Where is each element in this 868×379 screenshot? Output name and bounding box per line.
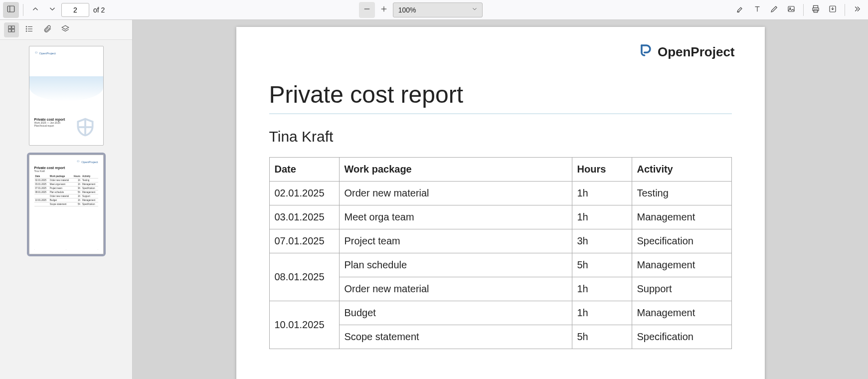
zoom-in-button[interactable]: [376, 2, 392, 18]
zoom-out-button[interactable]: [359, 2, 375, 18]
svg-rect-16: [12, 26, 14, 28]
print-button[interactable]: [808, 2, 824, 18]
thumbnail-page-2[interactable]: OpenProject Private cost report Tina Kra…: [29, 155, 104, 254]
page-total-label: of 2: [93, 6, 105, 14]
toggle-sidebar-button[interactable]: [3, 2, 19, 18]
zoom-value: 100%: [398, 6, 416, 14]
cell-date: 07.01.2025: [269, 229, 339, 253]
document-viewport[interactable]: OpenProject Private cost report Tina Kra…: [133, 20, 868, 379]
cell-activity: Management: [632, 253, 731, 277]
thumbnails-list: OpenProject Private cost report Work 202…: [0, 40, 132, 379]
download-button[interactable]: [825, 2, 841, 18]
col-wp: Work package: [339, 158, 572, 182]
next-page-button[interactable]: [44, 2, 60, 18]
paperclip-icon: [43, 24, 52, 35]
toolbar-separator: [803, 4, 804, 16]
svg-rect-8: [788, 6, 794, 11]
highlighter-icon: [736, 4, 745, 15]
cell-wp: Order new material: [339, 277, 572, 301]
prev-page-button[interactable]: [27, 2, 43, 18]
image-icon: [787, 4, 796, 15]
table-row: 03.01.2025 Meet orga team 1h Management: [269, 205, 731, 229]
page-number-input[interactable]: [61, 3, 89, 17]
document-title: Private cost report: [269, 81, 732, 114]
cell-date: 02.01.2025: [269, 182, 339, 205]
thumbnails-tab[interactable]: [4, 22, 19, 37]
thumbnail-page-1[interactable]: OpenProject Private cost report Work 202…: [29, 46, 104, 146]
cell-activity: Testing: [632, 182, 731, 205]
layers-tab[interactable]: [58, 22, 73, 37]
chevron-up-icon: [31, 4, 40, 15]
table-row: 10.01.2025 Budget 1h Management: [269, 301, 731, 325]
thumb-brand: OpenProject: [34, 51, 56, 55]
cell-wp: Meet orga team: [339, 205, 572, 229]
download-icon: [828, 4, 837, 15]
svg-point-24: [26, 30, 27, 31]
thumb-title: Private cost report: [34, 166, 98, 170]
outline-tab[interactable]: [22, 22, 37, 37]
table-row: Scope statement 5h Specification: [269, 325, 731, 349]
cell-hours: 5h: [572, 325, 632, 349]
layers-icon: [61, 24, 70, 35]
text-tool-button[interactable]: [749, 2, 765, 18]
shield-icon: [74, 116, 96, 138]
cell-hours: 1h: [572, 277, 632, 301]
highlight-tool-button[interactable]: [732, 2, 748, 18]
svg-point-23: [26, 28, 27, 29]
thumbnails-sidebar: OpenProject Private cost report Work 202…: [0, 20, 133, 379]
attachments-tab[interactable]: [40, 22, 55, 37]
annotate-tools: [732, 2, 865, 18]
list-icon: [25, 24, 34, 35]
text-icon: [753, 4, 762, 15]
draw-tool-button[interactable]: [766, 2, 782, 18]
openproject-icon: [637, 42, 654, 62]
cell-activity: Management: [632, 205, 731, 229]
chevron-down-icon: [471, 5, 478, 14]
sidebar-tabs: [0, 20, 132, 40]
toolbar-separator: [23, 4, 23, 16]
col-date: Date: [269, 158, 339, 182]
printer-icon: [811, 4, 820, 15]
table-header-row: Date Work package Hours Activity: [269, 158, 731, 182]
plus-icon: [379, 4, 388, 15]
thumb-brand-text: OpenProject: [81, 161, 98, 164]
document-subtitle: Tina Kraft: [269, 128, 732, 145]
image-tool-button[interactable]: [783, 2, 799, 18]
cell-activity: Management: [632, 301, 731, 325]
col-hours: Hours: [572, 158, 632, 182]
chevron-down-icon: [48, 4, 57, 15]
cell-activity: Specification: [632, 229, 731, 253]
cell-wp: Budget: [339, 301, 572, 325]
svg-rect-17: [8, 29, 11, 31]
svg-rect-15: [8, 26, 11, 28]
cell-activity: Support: [632, 277, 731, 301]
table-row: 08.01.2025 Plan schedule 5h Management: [269, 253, 731, 277]
thumb-footer: ···: [34, 248, 98, 251]
pencil-icon: [770, 4, 779, 15]
page-nav-group: of 2: [27, 2, 109, 18]
thumb-table: DateWork packageHoursActivity 02.01.2025…: [34, 175, 98, 206]
table-row: 07.01.2025 Project team 3h Specification: [269, 229, 731, 253]
sidebar-icon: [6, 4, 15, 15]
svg-rect-10: [814, 5, 818, 8]
thumb-brand: OpenProject: [76, 160, 98, 164]
chevrons-right-icon: [853, 4, 862, 15]
cell-wp: Order new material: [339, 182, 572, 205]
cost-report-table: Date Work package Hours Activity 02.01.2…: [269, 157, 732, 349]
svg-marker-25: [62, 25, 69, 29]
cell-hours: 3h: [572, 229, 632, 253]
pdf-page-2: OpenProject Private cost report Tina Kra…: [236, 27, 765, 379]
cell-wp: Scope statement: [339, 325, 572, 349]
cell-hours: 1h: [572, 301, 632, 325]
svg-point-22: [26, 26, 27, 27]
cell-hours: 5h: [572, 253, 632, 277]
cell-hours: 1h: [572, 182, 632, 205]
svg-rect-18: [12, 29, 14, 31]
cell-activity: Specification: [632, 325, 731, 349]
cell-date: 03.01.2025: [269, 205, 339, 229]
col-activity: Activity: [632, 158, 731, 182]
more-tools-button[interactable]: [849, 2, 865, 18]
zoom-select[interactable]: 100%: [393, 2, 483, 17]
brand-text: OpenProject: [658, 44, 735, 60]
svg-rect-0: [7, 6, 14, 12]
